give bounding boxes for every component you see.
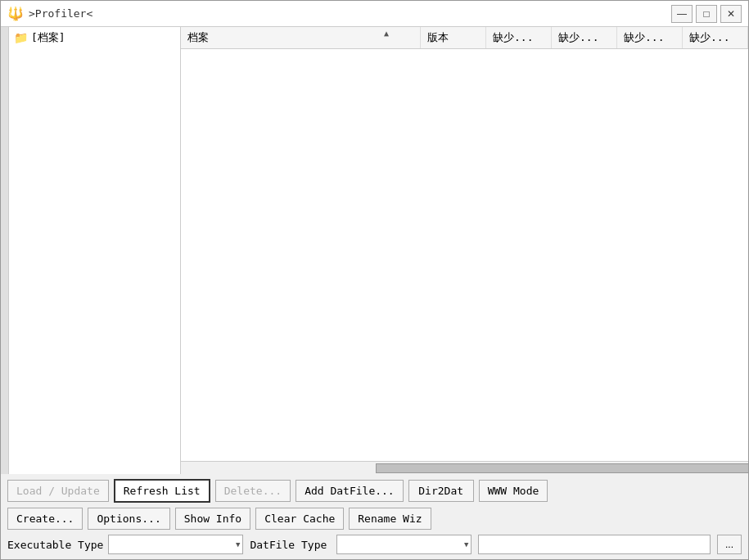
scrollbar-thumb[interactable] xyxy=(376,463,748,473)
bottom-area: Load / Update Refresh List Delete... Add… xyxy=(1,474,748,559)
executable-type-select[interactable] xyxy=(108,535,243,554)
close-button[interactable]: ✕ xyxy=(720,5,742,23)
button-row-1: Load / Update Refresh List Delete... Add… xyxy=(7,479,742,503)
tree-item-files[interactable]: 📁 [档案] xyxy=(9,27,180,48)
datfile-type-label: DatFile Type xyxy=(250,539,332,551)
load-update-button[interactable]: Load / Update xyxy=(7,480,109,502)
window-title: >Profiler< xyxy=(29,7,671,20)
main-content: 📁 [档案] ▲ 档案 版本 缺少... 缺少... 缺少... 缺少... xyxy=(1,27,748,474)
create-button[interactable]: Create... xyxy=(7,508,83,530)
col-header-missing3[interactable]: 缺少... xyxy=(617,27,683,48)
datfile-type-group: DatFile Type xyxy=(250,535,472,554)
options-button[interactable]: Options... xyxy=(88,508,169,530)
delete-button[interactable]: Delete... xyxy=(215,480,291,502)
path-input[interactable] xyxy=(478,535,711,554)
col-header-missing4[interactable]: 缺少... xyxy=(683,27,748,48)
horizontal-scrollbar[interactable] xyxy=(181,461,748,474)
main-window: 🔱 >Profiler< — □ ✕ 📁 [档案] ▲ 档案 版本 缺少... xyxy=(0,0,749,560)
refresh-list-button[interactable]: Refresh List xyxy=(114,479,210,503)
col-header-version[interactable]: 版本 xyxy=(421,27,486,48)
rename-wiz-button[interactable]: Rename Wiz xyxy=(349,508,431,530)
col-header-missing2[interactable]: 缺少... xyxy=(552,27,617,48)
table-body xyxy=(181,49,748,461)
left-sidebar-strip xyxy=(1,27,9,474)
datfile-type-select-wrapper xyxy=(336,535,472,554)
www-mode-button[interactable]: WWW Mode xyxy=(479,480,548,502)
titlebar: 🔱 >Profiler< — □ ✕ xyxy=(1,1,748,27)
clear-cache-button[interactable]: Clear Cache xyxy=(255,508,344,530)
app-icon: 🔱 xyxy=(7,6,24,22)
scrollbar-track xyxy=(181,462,748,474)
sort-arrow-icon: ▲ xyxy=(384,29,389,38)
datfile-type-select[interactable] xyxy=(336,535,472,554)
executable-type-group: Executable Type xyxy=(7,535,243,554)
tree-panel: 📁 [档案] xyxy=(9,27,181,474)
executable-type-label: Executable Type xyxy=(7,539,103,551)
add-datfile-button[interactable]: Add DatFile... xyxy=(296,480,404,502)
fields-row: Executable Type DatFile Type ... xyxy=(7,535,742,554)
browse-button[interactable]: ... xyxy=(717,535,742,554)
maximize-button[interactable]: □ xyxy=(696,5,717,23)
tree-item-label: [档案] xyxy=(31,30,65,45)
minimize-button[interactable]: — xyxy=(671,5,693,23)
show-info-button[interactable]: Show Info xyxy=(175,508,250,530)
table-header: ▲ 档案 版本 缺少... 缺少... 缺少... 缺少... xyxy=(181,27,748,49)
table-panel: ▲ 档案 版本 缺少... 缺少... 缺少... 缺少... xyxy=(181,27,748,474)
window-controls: — □ ✕ xyxy=(671,5,742,23)
col-header-missing1[interactable]: 缺少... xyxy=(486,27,552,48)
executable-type-select-wrapper xyxy=(108,535,243,554)
dir2dat-button[interactable]: Dir2Dat xyxy=(408,480,474,502)
button-row-2: Create... Options... Show Info Clear Cac… xyxy=(7,508,742,530)
folder-icon: 📁 xyxy=(14,31,28,44)
